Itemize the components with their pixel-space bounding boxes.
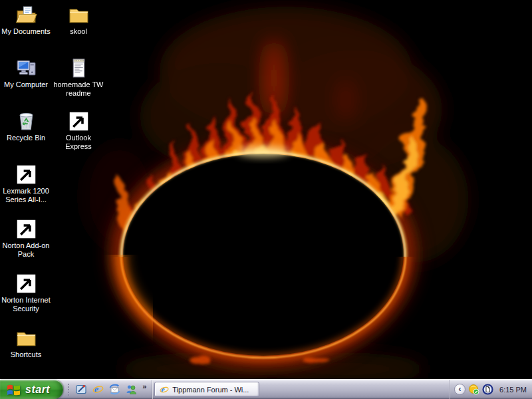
system-tray: ‹ 6:15 PM <box>449 380 532 399</box>
start-button[interactable]: start <box>0 380 63 399</box>
folder-icon <box>68 4 90 26</box>
desktop-icon-label: homemade TW readme <box>52 80 105 98</box>
shortcut-arrow-badge <box>68 110 90 132</box>
shortcut-arrow-badge <box>15 164 37 186</box>
desktop-icon-label: Lexmark 1200 Series All-I... <box>0 187 53 204</box>
shortcut-arrow-badge <box>15 218 37 240</box>
show-desktop-icon <box>76 384 87 395</box>
desktop-icon-homemade-tw-readme[interactable]: homemade TW readme <box>52 57 105 98</box>
norton-addon-pack-icon <box>15 218 37 240</box>
desktop-icon-label: My Computer <box>4 80 48 89</box>
desktop-icon-my-computer[interactable]: My Computer <box>0 57 53 89</box>
norton-internet-security-icon <box>15 273 37 295</box>
start-button-label: start <box>25 384 50 396</box>
taskbar-buttons-area: e Tippmann Forum - Wi... <box>152 380 449 399</box>
recycle-bin-icon <box>15 110 37 132</box>
window-button-title: Tippmann Forum - Wi... <box>172 386 249 394</box>
desktop-icon-lexmark-1200[interactable]: Lexmark 1200 Series All-I... <box>0 164 53 204</box>
toolbar-grip-handle[interactable] <box>68 384 70 396</box>
quick-launch-windows-messenger-button[interactable] <box>124 382 138 398</box>
norton-security-status-tray-icon[interactable] <box>468 384 479 395</box>
quick-launch-overflow-chevron[interactable]: » <box>140 382 148 390</box>
desktop[interactable]: My Documents skool My Computer <box>0 0 532 379</box>
desktop-icon-norton-internet-security[interactable]: Norton Internet Security <box>0 273 53 313</box>
taskbar-window-button-tippmann-forum[interactable]: e Tippmann Forum - Wi... <box>154 382 259 397</box>
outlook-express-icon <box>68 110 90 132</box>
desktop-icon-outlook-express[interactable]: Outlook Express <box>52 110 105 151</box>
internet-explorer-icon: e <box>92 384 104 395</box>
folder-icon <box>15 327 37 349</box>
text-document-icon <box>68 57 90 79</box>
taskbar: start e <box>0 379 532 399</box>
outlook-express-icon <box>109 384 120 395</box>
left-chevron-icon: ‹ <box>459 385 462 393</box>
desktop-icon-label: Outlook Express <box>52 134 105 151</box>
desktop-icon-norton-addon-pack[interactable]: Norton Add-on Pack <box>0 218 53 259</box>
lexmark-printer-app-icon <box>15 164 37 186</box>
desktop-icon-label: Recycle Bin <box>7 134 45 142</box>
quick-launch-show-desktop-button[interactable] <box>74 382 88 398</box>
my-computer-icon <box>15 57 37 79</box>
svg-text:e: e <box>94 384 98 394</box>
desktop-icon-label: My Documents <box>1 27 50 36</box>
quick-launch-toolbar: e » <box>63 380 152 399</box>
windows-logo-icon <box>6 382 21 396</box>
windows-messenger-icon <box>126 384 137 395</box>
hide-inactive-icons-button[interactable]: ‹ <box>454 384 466 395</box>
desktop-icon-label: Shortcuts <box>11 350 41 359</box>
taskbar-clock[interactable]: 6:15 PM <box>499 386 527 394</box>
desktop-icon-skool[interactable]: skool <box>52 4 105 36</box>
desktop-icon-recycle-bin[interactable]: Recycle Bin <box>0 110 53 142</box>
desktop-icon-label: skool <box>70 27 87 36</box>
shortcut-arrow-badge <box>15 273 37 295</box>
desktop-icon-shortcuts[interactable]: Shortcuts <box>0 327 53 359</box>
desktop-icon-my-documents[interactable]: My Documents <box>0 4 53 36</box>
document-monitor-tray-icon[interactable] <box>482 384 493 395</box>
desktop-icon-label: Norton Add-on Pack <box>0 241 53 259</box>
desktop-icon-label: Norton Internet Security <box>0 296 53 313</box>
quick-launch-internet-explorer-button[interactable]: e <box>90 382 105 398</box>
internet-explorer-icon: e <box>160 385 169 394</box>
quick-launch-outlook-express-button[interactable] <box>107 382 122 398</box>
my-documents-folder-icon <box>15 4 37 26</box>
